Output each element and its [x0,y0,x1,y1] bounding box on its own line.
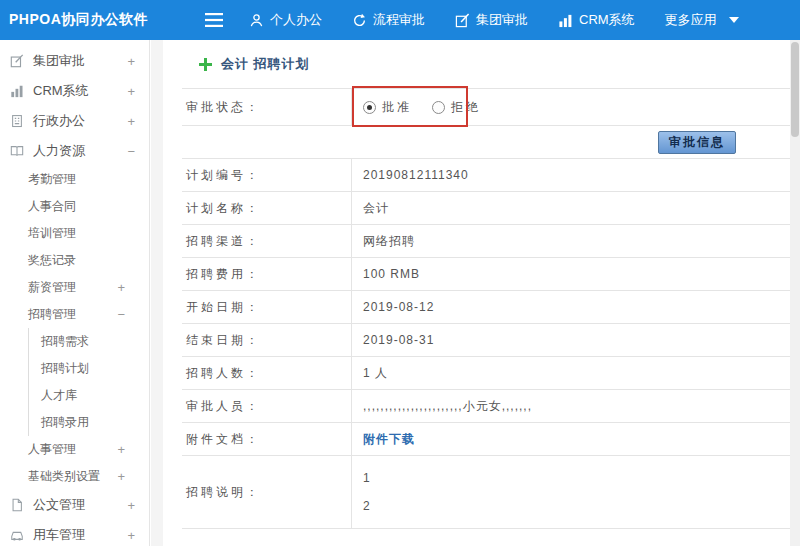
nav-item-personal-office[interactable]: 个人办公 [249,11,322,29]
sidebar: 集团审批 + CRM系统 + 行政办公 + 人力资源 − 考勤管理 人事合同 培… [0,40,150,546]
field-label: 招聘渠道： [182,225,352,257]
sidebar-item-personnel-contract[interactable]: 人事合同 [0,193,149,220]
scrollbar-thumb[interactable] [791,42,799,137]
radio-reject-label: 拒绝 [451,99,481,116]
expand-toggle[interactable]: + [117,280,125,295]
expand-toggle[interactable]: + [127,114,135,129]
caret-down-icon [729,17,739,23]
form-row-approval-status: 审批状态： 批准 拒绝 [182,89,790,126]
radio-reject-control[interactable] [432,101,445,114]
sidebar-item-label: 人事合同 [28,198,76,215]
nav-item-more-apps[interactable]: 更多应用 [665,11,739,29]
scrollbar-track[interactable] [790,40,800,546]
page-title: 会计 招聘计划 [221,55,310,73]
add-icon[interactable] [199,58,212,71]
form-row-attachment: 附件文档： 附件下载 [182,423,790,456]
field-value: 网络招聘 [352,225,790,257]
expand-toggle[interactable]: + [127,528,135,543]
field-label: 开始日期： [182,291,352,323]
sidebar-item-recruitment[interactable]: 招聘管理 − [0,301,149,328]
field-value: 1 2 [352,456,790,528]
field-value: 2019-08-31 [352,324,790,356]
field-label: 附件文档： [182,423,352,455]
field-label: 结束日期： [182,324,352,356]
sidebar-item-training[interactable]: 培训管理 [0,220,149,247]
radio-approve-label: 批准 [382,99,412,116]
nav-label: 更多应用 [665,11,717,29]
sidebar-item-label: 人才库 [41,387,77,404]
menu-toggle-icon[interactable] [205,13,223,27]
field-value: 批准 拒绝 [352,89,790,125]
sidebar-item-document-mgmt[interactable]: 公文管理 + [0,490,149,520]
expand-toggle[interactable]: + [127,54,135,69]
sidebar-item-label: 行政办公 [33,112,85,130]
radio-approve[interactable]: 批准 [363,99,412,116]
edit-icon [455,13,470,28]
content-gutter [151,40,163,546]
sidebar-item-label: 招聘录用 [41,414,89,431]
bar-chart-icon [558,13,573,28]
sidebar-item-label: 招聘管理 [28,306,76,323]
sidebar-item-recruit-plan[interactable]: 招聘计划 [28,355,149,382]
nav-label: 集团审批 [476,11,528,29]
description-line: 1 [363,471,371,485]
nav-label: 流程审批 [373,11,425,29]
sidebar-item-recruit-demand[interactable]: 招聘需求 [28,328,149,355]
sidebar-item-base-category[interactable]: 基础类别设置 + [0,463,149,490]
app-logo: PHPOA协同办公软件 [0,11,150,29]
top-bar: PHPOA协同办公软件 个人办公 流程审批 集团审批 CRM系统 [0,0,800,40]
radio-reject[interactable]: 拒绝 [432,99,481,116]
sidebar-item-salary[interactable]: 薪资管理 + [0,274,149,301]
person-icon [249,13,264,28]
building-icon [10,114,26,128]
sidebar-item-human-resources[interactable]: 人力资源 − [0,136,149,166]
form-row-actions: 审批信息 [182,126,790,159]
expand-toggle[interactable]: + [117,469,125,484]
sidebar-item-label: 招聘计划 [41,360,89,377]
sidebar-item-label: 招聘需求 [41,333,89,350]
field-label: 审批人员： [182,390,352,422]
sidebar-item-recruit-hire[interactable]: 招聘录用 [28,409,149,436]
sidebar-item-vehicle-mgmt[interactable]: 用车管理 + [0,520,149,546]
field-label: 计划名称： [182,192,352,224]
collapse-toggle[interactable]: − [117,307,125,322]
main-content: 会计 招聘计划 审批状态： 批准 拒绝 审批信息 计划编号： 201908121… [163,40,790,546]
field-value: 2019-08-12 [352,291,790,323]
sidebar-item-group-approval[interactable]: 集团审批 + [0,46,149,76]
field-label: 审批状态： [182,89,352,125]
expand-toggle[interactable]: + [117,442,125,457]
sidebar-item-admin-office[interactable]: 行政办公 + [0,106,149,136]
form-row-plan-number: 计划编号： 20190812111340 [182,159,790,192]
sidebar-item-attendance[interactable]: 考勤管理 [0,166,149,193]
field-label: 招聘说明： [182,456,352,528]
form-row-end-date: 结束日期： 2019-08-31 [182,324,790,357]
attachment-download-link[interactable]: 附件下载 [363,431,415,448]
collapse-toggle[interactable]: − [127,144,135,159]
sidebar-item-talent-pool[interactable]: 人才库 [28,382,149,409]
approval-info-button[interactable]: 审批信息 [658,131,736,154]
field-label: 招聘人数： [182,357,352,389]
form-row-plan-name: 计划名称： 会计 [182,192,790,225]
form-row-channel: 招聘渠道： 网络招聘 [182,225,790,258]
recruitment-plan-form: 审批状态： 批准 拒绝 审批信息 计划编号： 20190812111340 计划… [182,88,790,529]
nav-item-workflow-approval[interactable]: 流程审批 [352,11,425,29]
sidebar-item-label: 薪资管理 [28,279,76,296]
book-icon [10,144,26,158]
edit-icon [10,54,26,68]
bar-chart-icon [10,84,26,98]
sidebar-item-crm-system[interactable]: CRM系统 + [0,76,149,106]
nav-item-crm-system[interactable]: CRM系统 [558,11,635,29]
nav-item-group-approval[interactable]: 集团审批 [455,11,528,29]
radio-approve-control[interactable] [363,101,376,114]
field-value: 附件下载 [352,423,790,455]
field-value: 1 人 [352,357,790,389]
form-row-headcount: 招聘人数： 1 人 [182,357,790,390]
description-line: 2 [363,499,371,513]
expand-toggle[interactable]: + [127,498,135,513]
form-row-description: 招聘说明： 1 2 [182,456,790,529]
sidebar-item-label: 考勤管理 [28,171,76,188]
sidebar-item-label: 用车管理 [33,526,85,544]
expand-toggle[interactable]: + [127,84,135,99]
sidebar-item-personnel-mgmt[interactable]: 人事管理 + [0,436,149,463]
sidebar-item-rewards-records[interactable]: 奖惩记录 [0,247,149,274]
